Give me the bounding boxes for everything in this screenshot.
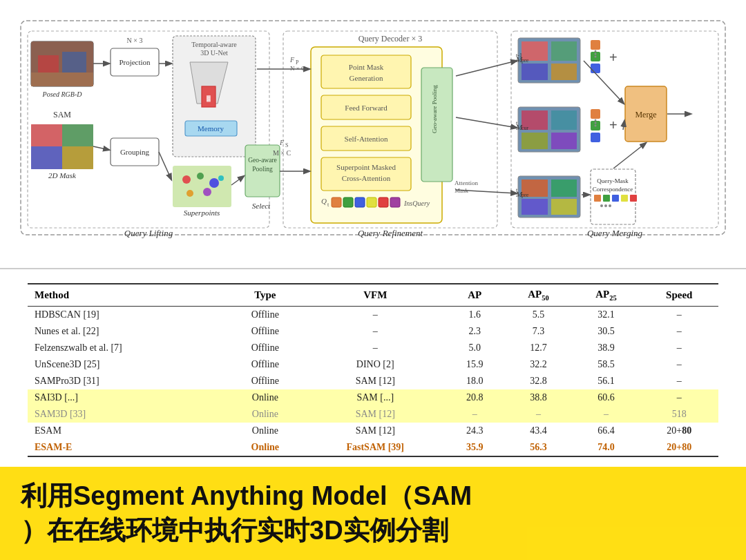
- svg-rect-99: [591, 109, 600, 119]
- cell-ap: –: [445, 406, 504, 423]
- svg-rect-70: [367, 197, 376, 207]
- svg-rect-120: [594, 195, 601, 202]
- cell-ap25: 38.9: [572, 340, 640, 356]
- svg-text:F: F: [289, 56, 295, 64]
- cell-vfm: SAM [12]: [306, 406, 445, 423]
- cell-speed: 20+80: [640, 423, 718, 439]
- query-lifting-label: Query Lifting: [124, 228, 173, 238]
- svg-text:N × 3: N × 3: [127, 37, 143, 44]
- svg-line-131: [159, 152, 171, 180]
- cell-ap50: 7.3: [504, 323, 572, 340]
- cell-ap: 35.9: [445, 439, 504, 456]
- svg-text:Memory: Memory: [198, 124, 224, 133]
- svg-text:t-1: t-1: [516, 52, 522, 59]
- svg-rect-72: [390, 197, 400, 207]
- cell-ap50: 38.8: [504, 389, 572, 406]
- svg-text:SAM: SAM: [53, 110, 71, 119]
- svg-text:Query Decoder × 3: Query Decoder × 3: [358, 34, 422, 44]
- overlay-text: 利用Segment Anything Model（SAM ）在在线环境中执行实时…: [0, 467, 746, 560]
- svg-rect-68: [343, 197, 353, 207]
- svg-point-35: [186, 190, 193, 197]
- svg-rect-79: [551, 64, 577, 80]
- cell-ap25: 74.0: [572, 439, 640, 456]
- col-vfm: VFM: [306, 284, 445, 307]
- svg-rect-121: [603, 195, 610, 202]
- table-row: ESAM Online SAM [12] 24.3 43.4 66.4 20+8…: [28, 423, 718, 439]
- svg-text:S: S: [285, 142, 288, 148]
- cell-type: Online: [224, 439, 305, 456]
- cell-ap50: 43.4: [504, 423, 572, 439]
- svg-text:InsQuery: InsQuery: [403, 200, 430, 207]
- cell-vfm: –: [306, 340, 445, 356]
- svg-rect-124: [630, 195, 637, 202]
- svg-rect-8: [62, 52, 86, 73]
- svg-line-136: [456, 117, 517, 128]
- svg-rect-123: [621, 195, 628, 202]
- cell-ap25: 32.1: [572, 307, 640, 324]
- cell-type: Offline: [224, 307, 305, 324]
- cell-method: UnScene3D [25]: [28, 356, 224, 373]
- table-row: UnScene3D [25] Offline DINO [2] 15.9 32.…: [28, 356, 718, 373]
- svg-text:Projection: Projection: [119, 58, 151, 66]
- svg-rect-95: [551, 133, 577, 149]
- svg-text:Q: Q: [321, 197, 327, 205]
- table-row: SAMPro3D [31] Offline SAM [12] 18.0 32.8…: [28, 373, 718, 389]
- cell-vfm: –: [306, 323, 445, 340]
- cell-ap50: 5.5: [504, 307, 572, 324]
- cell-speed: –: [640, 389, 718, 406]
- cell-ap50: 56.3: [504, 439, 572, 456]
- cell-method: SAI3D [...]: [28, 389, 224, 406]
- svg-line-138: [584, 61, 624, 104]
- svg-rect-101: [591, 133, 600, 142]
- svg-point-33: [197, 173, 204, 180]
- cell-ap25: 60.6: [572, 389, 640, 406]
- cell-method: HDBSCAN [19]: [28, 307, 224, 324]
- cell-ap25: 66.4: [572, 423, 640, 439]
- cell-method: ESAM: [28, 423, 224, 439]
- cell-speed: –: [640, 373, 718, 389]
- svg-rect-15: [31, 146, 62, 169]
- svg-text:2D Mask: 2D Mask: [48, 171, 77, 180]
- svg-text:Query-Mask: Query-Mask: [597, 177, 629, 184]
- svg-line-135: [456, 61, 517, 76]
- svg-rect-51: [321, 55, 411, 88]
- svg-text:Merge: Merge: [635, 110, 656, 119]
- cell-method: Nunes et al. [22]: [28, 323, 224, 340]
- svg-point-32: [182, 175, 191, 184]
- col-speed: Speed: [640, 284, 718, 307]
- cell-method: ESAM-E: [28, 439, 224, 456]
- cell-type: Offline: [224, 373, 305, 389]
- col-ap50: AP50: [504, 284, 572, 307]
- cell-ap25: –: [572, 406, 640, 423]
- svg-text:F: F: [279, 139, 285, 146]
- cell-speed: –: [640, 356, 718, 373]
- svg-rect-13: [31, 124, 62, 146]
- query-merging-label: Query Merging: [587, 228, 643, 238]
- svg-point-87: [595, 53, 597, 55]
- svg-rect-16: [62, 146, 93, 169]
- cell-speed: –: [640, 340, 718, 356]
- cell-type: Offline: [224, 323, 305, 340]
- svg-text:Temporal-aware: Temporal-aware: [191, 41, 237, 48]
- cell-method: SAMPro3D [31]: [28, 373, 224, 389]
- cell-speed: –: [640, 323, 718, 340]
- svg-text:Generation: Generation: [350, 74, 383, 82]
- svg-text:cur: cur: [522, 125, 529, 131]
- svg-text:pre: pre: [522, 57, 529, 64]
- cell-type: Online: [224, 423, 305, 439]
- diagram-svg: Query Lifting Query Refinement Query Mer…: [14, 7, 732, 259]
- cell-speed: –: [640, 307, 718, 324]
- svg-text:Attention: Attention: [455, 180, 478, 186]
- svg-rect-7: [38, 55, 59, 73]
- svg-text:Posed RGB-D: Posed RGB-D: [42, 90, 83, 98]
- cell-ap25: 56.1: [572, 373, 640, 389]
- svg-rect-78: [522, 64, 548, 80]
- svg-line-139: [623, 121, 624, 130]
- col-method: Method: [28, 284, 224, 307]
- cell-vfm: FastSAM [39]: [306, 439, 445, 456]
- table-row-last: ESAM-E Online FastSAM [39] 35.9 56.3 74.…: [28, 439, 718, 456]
- svg-text:Geo-aware Pooling: Geo-aware Pooling: [431, 85, 438, 133]
- svg-point-127: [609, 204, 611, 207]
- table-row: Felzenszwalb et al. [7] Offline – 5.0 12…: [28, 340, 718, 356]
- table-row: Nunes et al. [22] Offline – 2.3 7.3 30.5…: [28, 323, 718, 340]
